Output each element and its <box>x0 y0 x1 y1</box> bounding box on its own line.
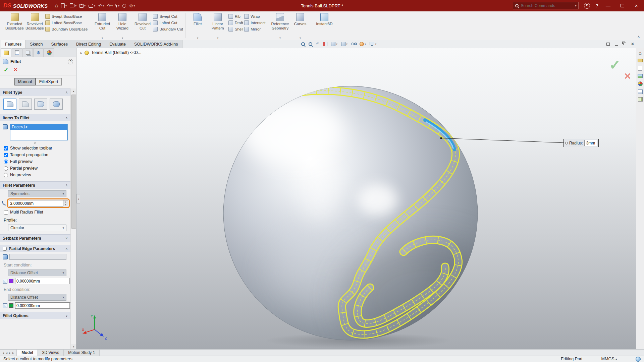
appearances-scenes-icon[interactable] <box>638 81 643 86</box>
no-preview-radio[interactable]: No preview <box>0 172 70 178</box>
minimize-button[interactable]: — <box>604 3 612 8</box>
nav-next-icon[interactable]: ▸ <box>9 351 11 355</box>
show-selection-toolbar-checkbox[interactable]: Show selection toolbar <box>0 145 70 152</box>
doc-close-icon[interactable]: × <box>631 41 634 47</box>
multi-radius-fillet-input[interactable] <box>4 210 8 215</box>
view-orientation-button[interactable]: ▾ <box>331 42 337 46</box>
scroll-up-icon[interactable]: ▴ <box>71 88 76 94</box>
tangent-propagation-input[interactable] <box>4 153 8 157</box>
zoom-to-fit-icon[interactable] <box>301 42 305 46</box>
multi-radius-fillet-checkbox[interactable]: Multi Radius Fillet <box>0 209 70 216</box>
rebuild-button[interactable] <box>122 4 126 8</box>
doc-restore-icon[interactable] <box>623 43 626 45</box>
spin-down-icon[interactable]: ▾ <box>63 203 68 206</box>
edit-appearance-button[interactable]: ▾ <box>360 42 366 46</box>
expand-section-icon[interactable]: ∨ <box>65 314 68 317</box>
user-account-icon[interactable] <box>584 3 590 9</box>
curves-button[interactable]: Curves ▾ <box>290 12 310 40</box>
tab-sketch[interactable]: Sketch <box>25 40 47 48</box>
doc-minimize-icon[interactable] <box>615 45 618 46</box>
full-preview-radio[interactable]: Full preview <box>0 158 70 165</box>
displaymanager-tab[interactable] <box>44 48 54 57</box>
reference-geometry-button[interactable]: ReferenceGeometry ▾ <box>270 12 289 40</box>
intersect-button[interactable]: Intersect <box>244 20 265 25</box>
callout-handle-icon[interactable] <box>565 142 568 144</box>
manual-mode-button[interactable]: Manual <box>14 78 36 85</box>
section-fillet-options[interactable]: Fillet Options ∨ <box>0 312 70 319</box>
tab-model[interactable]: Model <box>17 350 38 356</box>
options-button[interactable]: ⚙▾ <box>129 3 135 8</box>
section-setback-parameters[interactable]: Setback Parameters ∨ <box>0 234 70 242</box>
swept-boss-base-button[interactable]: Swept Boss/Base <box>45 14 88 19</box>
graphics-viewport[interactable]: ▸ Tennis Ball (Default) <<D... Radius: 3… <box>76 48 636 349</box>
maximize-button[interactable] <box>618 3 627 8</box>
tennis-ball-model[interactable] <box>220 82 481 344</box>
search-dropdown-icon[interactable]: ▾ <box>575 4 576 7</box>
spin-up-icon[interactable]: ▴ <box>63 200 68 203</box>
display-style-button[interactable]: ▾ <box>341 42 347 46</box>
section-partial-edge-parameters[interactable]: Partial Edge Parameters ∧ <box>0 245 70 252</box>
nav-first-icon[interactable]: ◂ <box>2 351 4 355</box>
file-explorer-icon[interactable] <box>638 66 642 71</box>
start-offset-input[interactable] <box>15 278 69 284</box>
tab-surfaces[interactable]: Surfaces <box>47 40 72 48</box>
partial-preview-input[interactable] <box>4 166 8 171</box>
tangent-propagation-checkbox[interactable]: Tangent propagation <box>0 152 70 158</box>
constant-size-fillet-button[interactable] <box>3 99 16 110</box>
pm-help-icon[interactable]: ? <box>68 59 73 64</box>
shell-button[interactable]: Shell <box>228 27 244 32</box>
tab-3d-views[interactable]: 3D Views <box>38 350 64 356</box>
linear-pattern-button[interactable]: LinearPattern ▾ <box>208 12 227 40</box>
tab-motion-study-1[interactable]: Motion Study 1 <box>64 350 100 356</box>
nav-prev-icon[interactable]: ◂ <box>6 351 7 355</box>
scroll-down-icon[interactable]: ▾ <box>71 344 76 349</box>
view-settings-button[interactable]: ▾ <box>370 43 376 46</box>
feature-tree-flyout[interactable]: ▸ Tennis Ball (Default) <<D... <box>80 50 141 55</box>
solidworks-forum-icon[interactable] <box>638 97 643 102</box>
section-view-icon[interactable] <box>323 42 327 46</box>
symmetry-dropdown[interactable]: Symmetric ▾ <box>8 190 66 197</box>
radius-value-input[interactable] <box>9 200 63 206</box>
globe-icon[interactable] <box>636 357 641 362</box>
pm-ok-button[interactable]: ✓ <box>4 66 8 73</box>
rib-button[interactable]: Rib <box>228 14 244 19</box>
help-icon[interactable]: ? <box>595 3 598 8</box>
view-palette-icon[interactable] <box>638 74 643 78</box>
face-fillet-button[interactable] <box>34 99 47 110</box>
mirror-button[interactable]: Mirror <box>244 27 265 32</box>
dimxpertmanager-tab[interactable]: ⊕ <box>33 48 44 57</box>
redo-button[interactable]: ↷▾ <box>107 3 113 8</box>
design-library-icon[interactable] <box>638 59 643 62</box>
solidworks-resources-icon[interactable]: ⌂ <box>639 51 642 55</box>
expand-tree-icon[interactable]: ▸ <box>80 51 82 55</box>
lofted-boss-base-button[interactable]: Lofted Boss/Base <box>45 20 88 25</box>
configurationmanager-tab[interactable] <box>22 48 33 57</box>
hide-show-items-button[interactable]: ▾ <box>351 43 356 46</box>
collapse-section-icon[interactable]: ∧ <box>65 183 68 187</box>
tab-features[interactable]: Features <box>1 40 26 48</box>
start-condition-dropdown[interactable]: Distance Offset ▾ <box>8 269 66 276</box>
section-fillet-type[interactable]: Fillet Type ∧ <box>0 88 70 96</box>
revolved-cut-button[interactable]: RevolvedCut <box>133 12 152 40</box>
show-selection-toolbar-input[interactable] <box>4 146 8 150</box>
new-document-button[interactable]: ▾ <box>61 3 67 8</box>
pm-cancel-button[interactable]: × <box>14 66 17 73</box>
units-selector[interactable]: MMGS ▴ <box>601 357 617 361</box>
open-button[interactable]: ▾ <box>70 4 76 7</box>
scrollbar-thumb[interactable] <box>71 95 76 229</box>
no-preview-input[interactable] <box>4 173 8 177</box>
wrap-button[interactable]: Wrap <box>244 14 265 19</box>
partial-preview-radio[interactable]: Partial preview <box>0 165 70 172</box>
previous-view-icon[interactable]: ↶ <box>316 42 319 46</box>
viewport-ok-button[interactable]: ✓ <box>609 57 621 73</box>
collapse-ribbon-icon[interactable]: ∧ <box>637 35 640 39</box>
listbox-resize-grip[interactable] <box>34 142 36 144</box>
viewport-cancel-button[interactable]: × <box>624 69 631 82</box>
collapse-panel-handle[interactable]: ◂ <box>76 194 80 203</box>
lofted-cut-button[interactable]: Lofted Cut <box>153 20 183 25</box>
expand-section-icon[interactable]: ∨ <box>65 236 68 240</box>
tab-direct-editing[interactable]: Direct Editing <box>72 40 105 48</box>
search-commands-box[interactable]: ▾ <box>513 2 579 9</box>
propertymanager-tab[interactable] <box>12 48 22 57</box>
variable-size-fillet-button[interactable] <box>19 99 32 110</box>
